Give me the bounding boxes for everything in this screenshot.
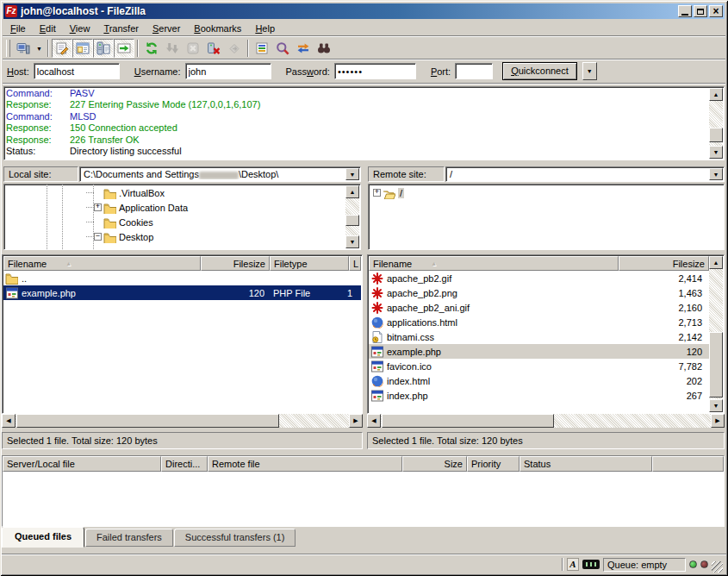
scroll-thumb[interactable] [345,215,359,226]
username-input[interactable] [185,63,271,79]
toolbar-grip[interactable] [6,40,10,57]
remote-site-dropdown[interactable]: ▼ [709,168,723,180]
column-header-status[interactable]: Status [520,456,652,472]
scroll-up-button[interactable]: ▲ [345,185,359,198]
remote-directory-tree[interactable]: / [368,184,725,250]
menu-bookmarks[interactable]: Bookmarks [187,22,248,35]
minimize-button[interactable] [678,5,692,17]
column-header-server-local-file[interactable]: Server/Local file [3,456,161,472]
data-type-indicator-icon[interactable]: A [567,558,579,571]
host-input[interactable] [34,63,120,79]
column-header-lastmodified[interactable]: L [349,256,361,271]
scroll-left-button[interactable]: ◀ [2,414,16,428]
quickconnect-dropdown[interactable]: ▼ [582,62,597,80]
tab-successful-transfers[interactable]: Successful transfers (1) [174,529,296,547]
menu-help[interactable]: Help [248,22,282,35]
file-row[interactable]: applications.html2,713 [369,315,709,329]
cancel-button[interactable] [183,39,203,58]
column-header-remote-file[interactable]: Remote file [208,456,402,472]
toggle-local-tree-button[interactable] [72,39,93,58]
toggle-message-log-button[interactable] [52,39,72,58]
scroll-left-button[interactable]: ◀ [367,414,381,428]
process-queue-button[interactable] [162,39,183,58]
column-header-filesize[interactable]: Filesize [619,256,709,271]
column-header-direction[interactable]: Directi... [161,456,208,472]
tab-failed-transfers[interactable]: Failed transfers [85,529,173,547]
local-file-list[interactable]: Filename▲ Filesize Filetype L .. example… [2,254,363,414]
menu-transfer[interactable]: Transfer [96,22,146,35]
local-directory-tree[interactable]: .VirtualBox Application Data Cookies Des… [3,184,361,250]
tree-item-desktop[interactable]: Desktop [86,229,153,244]
column-header-filename[interactable]: Filename▲ [369,256,619,271]
transfer-queue[interactable]: Server/Local file Directi... Remote file… [2,455,725,527]
remote-list-scrollbar[interactable]: ▲ ▼ [709,256,723,412]
scroll-up-button[interactable]: ▲ [709,256,723,269]
local-hscrollbar[interactable]: ◀ ▶ [2,414,363,429]
scroll-up-button[interactable]: ▲ [709,88,723,101]
file-row[interactable]: apache_pb2.png1,463 [369,285,709,300]
scroll-down-button[interactable]: ▼ [345,235,359,248]
message-log[interactable]: Command:PASV Response:227 Entering Passi… [3,86,725,160]
file-row[interactable]: bitnami.css2,142 [369,329,709,344]
tree-item-root[interactable]: / [373,185,404,200]
password-input[interactable] [334,63,416,79]
find-button[interactable] [314,39,334,58]
column-header-filetype[interactable]: Filetype [270,256,349,271]
close-button[interactable]: × [709,5,723,17]
reconnect-button[interactable] [224,39,245,58]
refresh-button[interactable] [141,39,162,58]
menu-edit[interactable]: Edit [33,22,63,35]
tab-queued-files[interactable]: Queued files [2,527,84,548]
local-tree-scrollbar[interactable]: ▲ ▼ [345,185,359,248]
site-manager-button[interactable] [13,39,34,58]
remote-hscrollbar[interactable]: ◀ ▶ [367,414,725,429]
file-row[interactable]: apache_pb2.gif2,414 [369,271,709,285]
tree-item-virtualbox[interactable]: .VirtualBox [86,185,165,200]
port-input[interactable] [455,63,493,79]
file-row[interactable]: index.php267 [369,388,709,403]
remote-site-combo[interactable]: / ▼ [445,166,725,182]
speed-limit-icon[interactable] [582,560,600,569]
menu-view[interactable]: View [63,22,97,35]
toggle-queue-button[interactable] [114,39,134,58]
quickconnect-button[interactable]: Quickconnect [502,62,577,80]
menu-file[interactable]: File [3,22,33,35]
disconnect-button[interactable] [203,39,224,58]
expand-icon[interactable] [373,189,381,197]
column-header-filename[interactable]: Filename▲ [3,256,201,271]
column-header-filesize[interactable]: Filesize [201,256,270,271]
synchronized-browsing-button[interactable] [293,39,314,58]
remote-file-list[interactable]: Filename▲ Filesize apache_pb2.gif2,414 a… [367,254,725,414]
filter-button[interactable] [252,39,272,58]
file-row[interactable]: apache_pb2_ani.gif2,160 [369,300,709,315]
file-row[interactable]: index.html202 [369,373,709,388]
local-site-combo[interactable]: C:\Documents and Settings\Desktop\ ▼ [79,166,361,182]
scroll-right-button[interactable]: ▶ [349,414,363,428]
title-bar[interactable]: Fz john@localhost - FileZilla × [3,3,725,19]
file-row-selected[interactable]: example.php120 [369,344,709,359]
tree-item-cookies[interactable]: Cookies [86,215,153,229]
file-row-example-php[interactable]: example.php 120 PHP File 1 [3,285,361,300]
file-row-parent-dir[interactable]: .. [3,271,361,285]
scroll-thumb[interactable] [709,128,723,142]
scroll-down-button[interactable]: ▼ [709,399,723,412]
tree-item-application-data[interactable]: Application Data [86,200,188,215]
site-manager-dropdown[interactable]: ▼ [34,39,45,58]
scroll-thumb[interactable] [709,332,723,398]
maximize-button[interactable] [694,5,707,17]
menu-server[interactable]: Server [146,22,187,35]
scroll-down-button[interactable]: ▼ [709,146,723,159]
column-header-priority[interactable]: Priority [467,456,520,472]
expand-icon[interactable] [94,203,102,211]
toggle-remote-tree-button[interactable] [93,39,114,58]
scroll-thumb[interactable] [382,414,554,428]
scroll-right-button[interactable]: ▶ [711,414,725,428]
log-scrollbar[interactable]: ▲ ▼ [709,88,723,159]
column-header-size[interactable]: Size [402,456,467,472]
scroll-thumb[interactable] [16,414,279,428]
compare-button[interactable] [272,39,293,58]
collapse-icon[interactable] [94,233,102,241]
local-site-dropdown[interactable]: ▼ [345,168,359,180]
file-row[interactable]: favicon.ico7,782 [369,359,709,373]
resize-grip[interactable] [712,561,723,573]
